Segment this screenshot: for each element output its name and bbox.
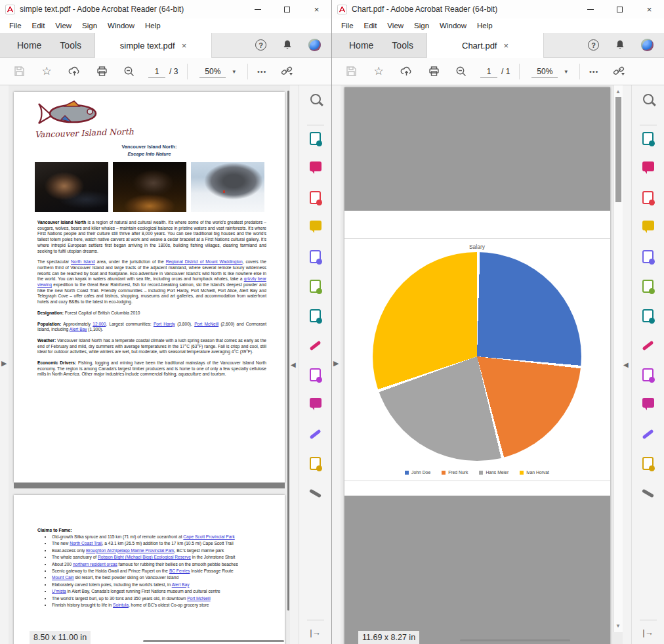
- tab-tools[interactable]: Tools: [383, 40, 423, 51]
- search-icon[interactable]: [643, 94, 654, 123]
- horizontal-scrollbar-thumb[interactable]: [460, 639, 570, 641]
- comment-icon[interactable]: [310, 221, 322, 250]
- doc-link[interactable]: BC Ferries: [169, 569, 190, 573]
- menu-view[interactable]: View: [382, 22, 409, 30]
- zoom-level-input[interactable]: 50%: [531, 65, 558, 78]
- zoom-out-button[interactable]: [447, 66, 475, 77]
- tab-home[interactable]: Home: [340, 40, 383, 51]
- edit-pdf-icon[interactable]: [310, 161, 322, 191]
- doc-link[interactable]: Cape Scott Provincial Park: [183, 534, 234, 539]
- print-button[interactable]: [420, 66, 447, 77]
- edit-pdf-icon[interactable]: [642, 161, 654, 191]
- share-cloud-button[interactable]: [392, 66, 420, 77]
- menu-file[interactable]: File: [4, 22, 27, 30]
- zoom-dropdown-icon[interactable]: ▾: [564, 68, 568, 75]
- doc-link[interactable]: Port McNeill: [194, 322, 218, 326]
- doc-link[interactable]: northern resident orcas: [73, 562, 117, 567]
- tab-document[interactable]: simple text.pdf ×: [95, 33, 212, 58]
- compress-pdf-icon[interactable]: [642, 309, 654, 339]
- save-button[interactable]: [5, 66, 33, 77]
- menu-file[interactable]: File: [336, 22, 359, 30]
- minimize-button[interactable]: [243, 0, 272, 18]
- menu-sign[interactable]: Sign: [409, 22, 434, 30]
- help-icon[interactable]: ?: [255, 39, 266, 51]
- close-button[interactable]: ×: [634, 0, 664, 18]
- share-cloud-button[interactable]: [60, 66, 88, 77]
- menu-window[interactable]: Window: [102, 22, 140, 30]
- collapse-rail-icon[interactable]: ◀: [291, 362, 296, 368]
- notifications-bell-icon[interactable]: [615, 39, 625, 51]
- document-canvas[interactable]: Salary John DoeFred NurkHans MeierIvan H…: [341, 85, 613, 644]
- tab-home[interactable]: Home: [8, 40, 51, 51]
- doc-link[interactable]: U'mista: [52, 589, 66, 593]
- create-pdf-icon[interactable]: [310, 191, 321, 221]
- doc-link[interactable]: Mount Cain: [52, 575, 74, 580]
- search-icon[interactable]: [310, 94, 321, 123]
- menu-window[interactable]: Window: [434, 22, 472, 30]
- more-tools-overflow-button[interactable]: •••: [257, 68, 267, 75]
- tab-close-icon[interactable]: ×: [182, 41, 187, 51]
- review-icon[interactable]: [642, 457, 654, 486]
- doc-link[interactable]: Port McNeill: [187, 596, 211, 601]
- page-number-input[interactable]: 1: [148, 65, 165, 78]
- zoom-level-input[interactable]: 50%: [199, 65, 226, 78]
- expand-tools-rail-icon[interactable]: |→: [632, 628, 664, 637]
- doc-link[interactable]: Port Hardy: [154, 322, 175, 326]
- vertical-scrollbar-thumb[interactable]: [615, 97, 621, 202]
- scroll-up-icon[interactable]: ▲: [615, 89, 621, 95]
- maximize-button[interactable]: [605, 0, 634, 18]
- organize-pages-icon[interactable]: [310, 280, 321, 309]
- star-button[interactable]: ☆: [33, 66, 60, 77]
- document-canvas[interactable]: Vancouver Island North Vancouver Island …: [9, 85, 290, 644]
- account-avatar[interactable]: [641, 39, 654, 51]
- star-button[interactable]: ☆: [365, 66, 392, 77]
- menu-sign[interactable]: Sign: [77, 22, 102, 30]
- maximize-button[interactable]: [272, 0, 302, 18]
- zoom-out-button[interactable]: [115, 66, 143, 77]
- print-button[interactable]: [88, 66, 115, 77]
- combine-files-icon[interactable]: [642, 250, 654, 280]
- more-tools-overflow-button[interactable]: •••: [589, 68, 599, 75]
- combine-files-icon[interactable]: [310, 250, 321, 280]
- expand-tools-rail-icon[interactable]: |→: [299, 628, 331, 637]
- doc-link[interactable]: Alert Bay: [172, 582, 190, 587]
- doc-link[interactable]: Regional District of Mount Waddington: [166, 259, 243, 264]
- more-tools-icon[interactable]: [642, 486, 654, 516]
- help-icon[interactable]: ?: [588, 39, 599, 51]
- share-link-button[interactable]: [273, 66, 301, 77]
- request-signatures-icon[interactable]: [310, 398, 322, 427]
- redact-icon[interactable]: [310, 368, 321, 398]
- fill-sign-icon[interactable]: [309, 339, 322, 368]
- account-avatar[interactable]: [308, 39, 321, 51]
- doc-link[interactable]: Broughton Archipelago Marine Provincial …: [86, 548, 175, 553]
- minimize-button[interactable]: [575, 0, 605, 18]
- doc-link[interactable]: North Coast Trail: [70, 541, 102, 546]
- page-number-input[interactable]: 1: [480, 65, 497, 78]
- compress-pdf-icon[interactable]: [310, 309, 321, 339]
- share-link-button[interactable]: [605, 66, 633, 77]
- doc-link[interactable]: Sointula: [113, 603, 129, 607]
- export-pdf-icon[interactable]: [642, 132, 654, 161]
- more-tools-icon[interactable]: [309, 486, 322, 516]
- menu-edit[interactable]: Edit: [27, 22, 51, 30]
- menu-help[interactable]: Help: [472, 22, 498, 30]
- save-button[interactable]: [337, 66, 365, 77]
- scroll-down-icon[interactable]: ▼: [615, 623, 621, 629]
- doc-link[interactable]: 12,000: [93, 322, 106, 326]
- review-icon[interactable]: [310, 457, 321, 486]
- certificates-icon[interactable]: [642, 427, 654, 457]
- expand-nav-pane-icon[interactable]: ▶: [333, 360, 339, 367]
- certificates-icon[interactable]: [309, 427, 322, 457]
- export-pdf-icon[interactable]: [310, 132, 321, 161]
- doc-link[interactable]: Robson Bight (Michael Bigg) Ecological R…: [98, 555, 191, 559]
- collapse-rail-icon[interactable]: ◀: [623, 362, 629, 368]
- comment-icon[interactable]: [642, 221, 654, 250]
- tab-close-icon[interactable]: ×: [503, 41, 508, 51]
- create-pdf-icon[interactable]: [642, 191, 654, 221]
- tab-document[interactable]: Chart.pdf ×: [427, 33, 544, 58]
- vertical-scrollbar[interactable]: ▲ ▼: [613, 85, 623, 632]
- menu-view[interactable]: View: [50, 22, 77, 30]
- doc-link[interactable]: North Island: [71, 259, 95, 264]
- menu-edit[interactable]: Edit: [359, 22, 383, 30]
- tab-tools[interactable]: Tools: [51, 40, 91, 51]
